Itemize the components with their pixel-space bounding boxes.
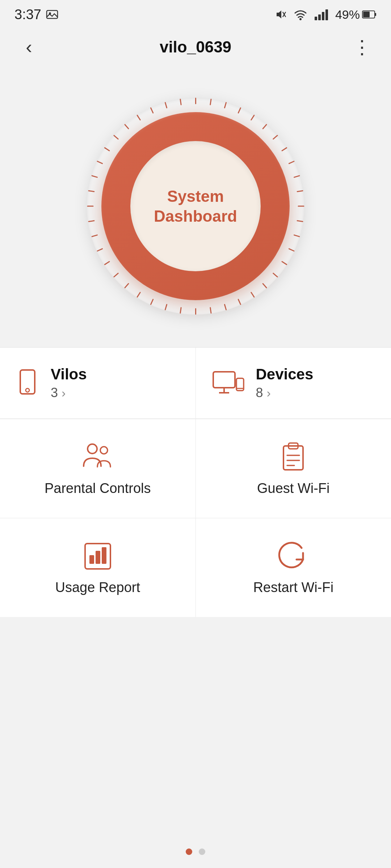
svg-rect-13 bbox=[20, 370, 35, 394]
svg-rect-8 bbox=[322, 12, 324, 20]
vilos-info: Vilos 3 › bbox=[51, 366, 87, 400]
restart-wifi-cell[interactable]: Restart Wi-Fi bbox=[196, 518, 391, 617]
tick-mark bbox=[150, 299, 154, 305]
tick-mark bbox=[281, 147, 287, 152]
svg-rect-15 bbox=[213, 372, 235, 388]
tick-mark bbox=[250, 115, 255, 121]
image-icon bbox=[46, 8, 59, 21]
vilos-icon bbox=[16, 369, 39, 397]
tick-mark bbox=[281, 261, 287, 265]
tick-mark bbox=[88, 220, 94, 222]
svg-rect-6 bbox=[315, 17, 317, 20]
guest-wifi-icon bbox=[277, 441, 310, 473]
tick-mark bbox=[91, 175, 98, 178]
dashboard-outer-ring[interactable]: System Dashboard bbox=[87, 98, 304, 315]
parental-controls-cell[interactable]: Parental Controls bbox=[0, 419, 196, 518]
status-icons: 49% bbox=[274, 8, 377, 22]
grid-row-2: Usage Report Restart Wi-Fi bbox=[0, 518, 391, 617]
tick-mark bbox=[113, 273, 119, 278]
tick-mark bbox=[88, 190, 94, 192]
tick-mark bbox=[298, 206, 304, 207]
usage-report-icon bbox=[81, 540, 114, 573]
tick-mark bbox=[136, 115, 141, 121]
wifi-icon bbox=[293, 8, 308, 21]
tick-mark bbox=[210, 99, 212, 105]
cards-area: Vilos 3 › Devices 8 bbox=[0, 347, 391, 617]
tick-mark bbox=[124, 124, 129, 129]
back-button[interactable]: ‹ bbox=[14, 36, 43, 58]
tick-mark bbox=[297, 190, 303, 192]
tick-mark bbox=[237, 299, 241, 305]
tick-mark bbox=[224, 102, 227, 109]
devices-count-row: 8 › bbox=[256, 385, 314, 400]
tick-mark bbox=[293, 234, 300, 237]
tick-mark bbox=[136, 292, 141, 298]
tick-mark bbox=[96, 161, 103, 164]
tick-mark bbox=[262, 283, 267, 289]
tick-mark bbox=[250, 292, 255, 298]
tick-mark bbox=[124, 283, 129, 289]
tick-mark bbox=[96, 248, 103, 252]
dot-1[interactable] bbox=[186, 848, 192, 855]
vilos-icon-wrapper bbox=[16, 369, 39, 397]
dashboard-inner: System Dashboard bbox=[130, 141, 261, 271]
svg-point-5 bbox=[299, 18, 302, 20]
status-bar: 3:37 49% bbox=[0, 0, 391, 29]
tick-mark bbox=[113, 135, 119, 140]
tick-mark bbox=[262, 124, 267, 129]
vilos-count-row: 3 › bbox=[51, 385, 87, 400]
guest-wifi-cell[interactable]: Guest Wi-Fi bbox=[196, 419, 391, 518]
svg-rect-7 bbox=[318, 14, 321, 20]
tick-mark bbox=[87, 206, 93, 207]
more-button[interactable]: ⋮ bbox=[348, 36, 377, 58]
tick-mark bbox=[288, 248, 295, 252]
vilos-title: Vilos bbox=[51, 366, 87, 383]
tick-mark bbox=[164, 304, 167, 310]
tick-mark bbox=[180, 307, 182, 314]
tick-mark bbox=[297, 220, 303, 222]
tick-mark bbox=[150, 107, 154, 114]
tick-mark bbox=[104, 261, 110, 265]
svg-rect-30 bbox=[102, 547, 106, 564]
bottom-grid: Parental Controls Guest Wi-Fi bbox=[0, 419, 391, 617]
tick-mark bbox=[237, 107, 241, 114]
tick-mark bbox=[210, 307, 212, 314]
usage-report-cell[interactable]: Usage Report bbox=[0, 518, 196, 617]
devices-card[interactable]: Devices 8 › bbox=[196, 348, 391, 419]
dot-2[interactable] bbox=[199, 848, 205, 855]
tick-mark bbox=[224, 304, 227, 310]
tick-mark bbox=[91, 234, 98, 237]
devices-info: Devices 8 › bbox=[256, 366, 314, 400]
status-time: 3:37 bbox=[14, 7, 59, 22]
tick-mark bbox=[293, 175, 300, 178]
page-title: vilo_0639 bbox=[43, 38, 348, 56]
top-nav: ‹ vilo_0639 ⋮ bbox=[0, 29, 391, 65]
tick-mark bbox=[272, 135, 278, 140]
devices-icon bbox=[212, 370, 244, 396]
svg-rect-11 bbox=[375, 13, 376, 16]
battery-display: 49% bbox=[335, 8, 377, 22]
tick-mark bbox=[104, 147, 110, 152]
tick-mark bbox=[164, 102, 167, 109]
tick-mark bbox=[180, 99, 182, 105]
parental-controls-icon bbox=[81, 441, 114, 473]
vilos-card[interactable]: Vilos 3 › bbox=[0, 348, 196, 419]
time-display: 3:37 bbox=[14, 7, 41, 22]
guest-wifi-label: Guest Wi-Fi bbox=[257, 481, 330, 496]
svg-rect-9 bbox=[325, 9, 328, 20]
vilos-count: 3 bbox=[51, 385, 58, 400]
tick-mark bbox=[272, 273, 278, 278]
tick-mark bbox=[195, 308, 196, 315]
devices-chevron: › bbox=[267, 386, 271, 400]
dashboard-label-line1: System bbox=[167, 186, 224, 206]
svg-point-14 bbox=[26, 388, 29, 392]
svg-point-21 bbox=[100, 447, 108, 454]
parental-controls-label: Parental Controls bbox=[45, 481, 151, 496]
dashboard-middle: System Dashboard bbox=[101, 112, 290, 300]
svg-rect-12 bbox=[363, 12, 370, 17]
signal-icon bbox=[314, 8, 329, 21]
usage-report-label: Usage Report bbox=[55, 580, 140, 595]
devices-icon-wrapper bbox=[212, 370, 244, 396]
mute-icon bbox=[274, 8, 287, 21]
restart-wifi-label: Restart Wi-Fi bbox=[253, 580, 333, 595]
